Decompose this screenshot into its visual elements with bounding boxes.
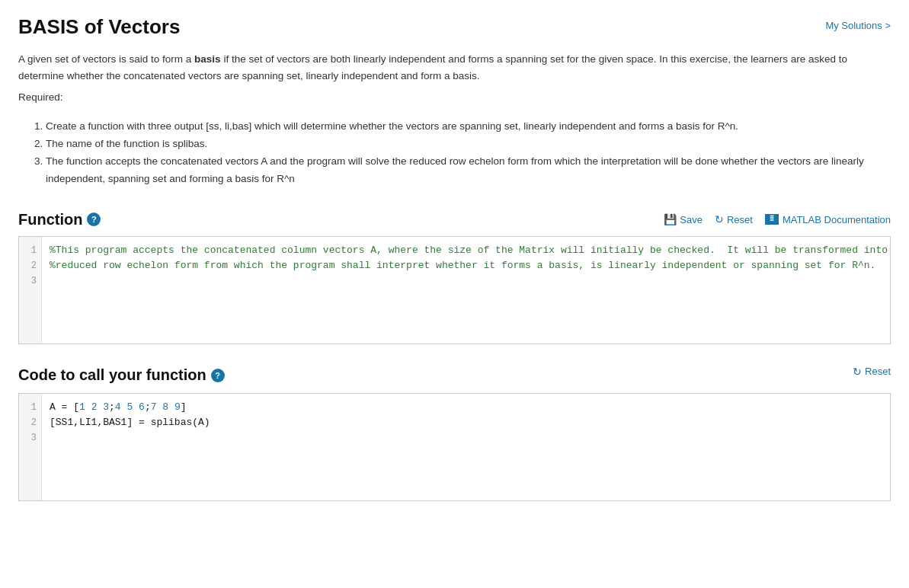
page-title: BASIS of Vectors <box>18 15 180 39</box>
function-help-icon[interactable]: ? <box>87 213 101 226</box>
reset-icon: ↻ <box>715 213 724 225</box>
call-section-header: Code to call your function ? ↻ Reset <box>18 366 891 385</box>
call-reset-label: Reset <box>865 366 891 377</box>
call-code-editor[interactable]: 1 2 3 A = [1 2 3;4 5 6;7 8 9] [SS1,LI1,B… <box>18 393 891 501</box>
call-code-area[interactable]: A = [1 2 3;4 5 6;7 8 9] [SS1,LI1,BAS1] =… <box>42 394 890 500</box>
call-section-title: Code to call your function ? <box>18 366 225 384</box>
function-line-numbers: 1 2 3 <box>19 237 42 344</box>
call-reset-button[interactable]: ↻ Reset <box>853 366 891 378</box>
call-code-line-1: A = [1 2 3;4 5 6;7 8 9] <box>50 401 187 413</box>
call-toolbar: ↻ Reset <box>853 366 891 378</box>
matlab-doc-label: MATLAB Documentation <box>783 214 891 225</box>
save-button[interactable]: 💾 Save <box>664 213 703 225</box>
description-text: A given set of vectors is said to form a… <box>18 51 891 84</box>
required-label: Required: <box>18 91 891 103</box>
function-toolbar: 💾 Save ↻ Reset ≣ MATLAB Documentation <box>664 213 891 225</box>
call-help-icon[interactable]: ? <box>211 369 225 382</box>
reset-button[interactable]: ↻ Reset <box>715 213 753 225</box>
requirement-2: The name of the function is splibas. <box>46 136 891 153</box>
requirements-list: Create a function with three output [ss,… <box>46 118 891 188</box>
function-section-header: Function ? 💾 Save ↻ Reset ≣ MATLAB Docum… <box>18 211 891 228</box>
matlab-icon: ≣ <box>765 214 779 225</box>
save-icon: 💾 <box>664 213 677 225</box>
function-code-editor[interactable]: 1 2 3 %This program accepts the concaten… <box>18 236 891 344</box>
call-line-numbers: 1 2 3 <box>19 394 42 500</box>
call-reset-icon: ↻ <box>853 366 862 378</box>
requirement-1: Create a function with three output [ss,… <box>46 118 891 136</box>
function-code-area[interactable]: %This program accepts the concatenated c… <box>42 237 890 344</box>
function-code-line-1: %This program accepts the concatenated c… <box>50 244 890 256</box>
matlab-doc-button[interactable]: ≣ MATLAB Documentation <box>765 214 891 225</box>
function-title-text: Function <box>18 211 82 228</box>
description-bold: basis <box>194 53 221 65</box>
reset-label: Reset <box>727 214 753 225</box>
call-title-text: Code to call your function <box>18 366 206 384</box>
description-intro: A given set of vectors is said to form a <box>18 53 194 65</box>
requirement-3: The function accepts the concatenated ve… <box>46 153 891 188</box>
call-code-line-2: [SS1,LI1,BAS1] = splibas(A) <box>50 417 210 428</box>
my-solutions-link[interactable]: My Solutions > <box>825 20 891 31</box>
save-label: Save <box>680 214 703 225</box>
function-section-title: Function ? <box>18 211 101 228</box>
function-code-line-2: %reduced row echelon form from which the… <box>50 260 875 271</box>
